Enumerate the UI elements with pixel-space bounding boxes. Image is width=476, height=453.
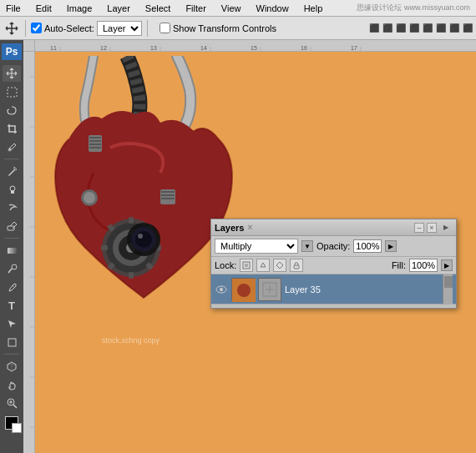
align-icon-6[interactable]: ⬛ bbox=[436, 23, 446, 33]
tool-marquee[interactable] bbox=[3, 83, 21, 100]
tool-3d[interactable] bbox=[3, 358, 21, 375]
svg-rect-49 bbox=[89, 140, 101, 142]
layers-panel-minimize-btn[interactable]: – bbox=[414, 223, 424, 233]
svg-point-6 bbox=[12, 264, 17, 269]
tool-eyedropper[interactable] bbox=[3, 138, 21, 155]
align-icon-3[interactable]: ⬛ bbox=[396, 23, 406, 33]
menu-view[interactable]: View bbox=[219, 3, 244, 13]
layers-panel-title-left: Layers × bbox=[215, 223, 252, 233]
lock-image-btn[interactable] bbox=[256, 259, 270, 272]
tool-shape[interactable] bbox=[3, 334, 21, 350]
tool-separator-1 bbox=[4, 159, 19, 159]
layer-list-scroll-thumb[interactable] bbox=[444, 276, 453, 288]
svg-point-60 bbox=[220, 288, 223, 291]
align-icon-7[interactable]: ⬛ bbox=[449, 23, 459, 33]
layer-visibility-toggle[interactable] bbox=[215, 283, 228, 296]
tool-eraser[interactable] bbox=[3, 218, 21, 234]
layers-lock-row: Lock: bbox=[211, 257, 456, 274]
svg-rect-48 bbox=[89, 137, 101, 138]
ruler-h-tick-12: 12 bbox=[100, 45, 107, 51]
menu-image[interactable]: Image bbox=[64, 3, 95, 13]
fill-label: Fill: bbox=[392, 260, 406, 270]
canvas-content: stock.xchng copy Layers × – × ▶ bbox=[35, 52, 476, 453]
layer-type-indicator bbox=[258, 278, 281, 301]
svg-rect-55 bbox=[161, 198, 175, 199]
layers-panel-menu-btn[interactable]: ▶ bbox=[439, 221, 453, 234]
auto-select-checkbox[interactable] bbox=[31, 23, 42, 33]
tool-history-brush[interactable] bbox=[3, 199, 21, 216]
tool-separator-3 bbox=[4, 354, 19, 355]
opacity-label: Opacity: bbox=[316, 241, 350, 251]
lock-pixels-btn[interactable] bbox=[240, 259, 253, 272]
svg-rect-54 bbox=[161, 194, 175, 196]
menu-layer[interactable]: Layer bbox=[104, 3, 133, 13]
ruler-h-tick-14: 14 bbox=[200, 45, 207, 51]
tool-path-selection[interactable] bbox=[3, 315, 21, 332]
left-toolbar: Ps bbox=[0, 40, 23, 453]
tool-zoom[interactable] bbox=[3, 395, 21, 411]
svg-rect-5 bbox=[8, 248, 17, 254]
tool-type[interactable]: T bbox=[3, 297, 21, 314]
svg-rect-3 bbox=[11, 190, 14, 194]
watermark: 思缘设计论坛 www.missyuan.com bbox=[354, 3, 473, 13]
align-icon-4[interactable]: ⬛ bbox=[409, 23, 419, 33]
tool-move[interactable] bbox=[3, 65, 21, 82]
menu-help[interactable]: Help bbox=[301, 3, 326, 13]
ps-logo: Ps bbox=[2, 43, 22, 60]
opacity-input[interactable] bbox=[353, 239, 382, 253]
align-icon-8[interactable]: ⬛ bbox=[463, 23, 473, 33]
fill-arrow[interactable]: ▶ bbox=[441, 259, 453, 271]
layers-list: Layer 35 bbox=[211, 274, 456, 308]
menu-file[interactable]: File bbox=[3, 3, 23, 13]
tool-crop[interactable] bbox=[3, 120, 21, 137]
svg-rect-51 bbox=[89, 147, 101, 148]
align-icon-2[interactable]: ⬛ bbox=[382, 23, 392, 33]
show-transform-checkbox[interactable] bbox=[160, 23, 170, 33]
menu-window[interactable]: Window bbox=[254, 3, 291, 13]
layer-list-scrollbar[interactable] bbox=[443, 274, 453, 305]
ruler-vertical bbox=[23, 52, 35, 453]
show-transform-label: Show Transform Controls bbox=[173, 23, 276, 33]
align-icon-1[interactable]: ⬛ bbox=[369, 23, 379, 33]
menu-bar: File Edit Image Layer Select Filter View… bbox=[0, 0, 476, 17]
tool-gradient[interactable] bbox=[3, 242, 21, 259]
tool-hand[interactable] bbox=[3, 376, 21, 393]
layers-panel-close-btn[interactable]: × bbox=[427, 223, 437, 233]
toolbar-separator-2 bbox=[147, 20, 148, 37]
menu-select[interactable]: Select bbox=[143, 3, 174, 13]
svg-rect-58 bbox=[294, 265, 299, 269]
ruler-h-tick-11: 11 bbox=[50, 45, 57, 51]
lock-move-btn[interactable] bbox=[273, 259, 286, 272]
ruler-h-tick-13: 13 bbox=[150, 45, 157, 51]
show-transform-group: Show Transform Controls bbox=[160, 23, 276, 33]
svg-rect-53 bbox=[161, 191, 175, 193]
tool-pen[interactable] bbox=[3, 279, 21, 295]
tool-lasso[interactable] bbox=[3, 102, 21, 118]
tool-dodge[interactable] bbox=[3, 260, 21, 277]
canvas-area: 11 12 13 14 15 16 17 bbox=[23, 40, 476, 453]
tool-separator-2 bbox=[4, 238, 19, 239]
toolbar-separator bbox=[25, 20, 26, 37]
color-swatches[interactable] bbox=[5, 416, 18, 430]
options-toolbar: Auto-Select: Layer Show Transform Contro… bbox=[0, 17, 476, 40]
blend-mode-select[interactable]: Multiply bbox=[215, 239, 298, 254]
tool-healing[interactable] bbox=[3, 163, 21, 179]
svg-rect-33 bbox=[129, 217, 134, 224]
layers-panel-title-controls: – × ▶ bbox=[414, 221, 453, 234]
ruler-corner bbox=[23, 40, 35, 52]
menu-filter[interactable]: Filter bbox=[183, 3, 208, 13]
tool-stamp[interactable] bbox=[3, 181, 21, 198]
opacity-arrow[interactable]: ▶ bbox=[385, 240, 397, 252]
blend-mode-arrow[interactable]: ▼ bbox=[301, 240, 313, 252]
layer-row[interactable]: Layer 35 bbox=[211, 274, 456, 305]
layers-panel-title-x: × bbox=[247, 223, 252, 232]
layers-panel-titlebar[interactable]: Layers × – × ▶ bbox=[211, 219, 456, 236]
fill-input[interactable] bbox=[409, 259, 438, 272]
lock-all-btn[interactable] bbox=[290, 259, 303, 272]
menu-edit[interactable]: Edit bbox=[33, 3, 54, 13]
lock-label: Lock: bbox=[215, 260, 236, 270]
layer-select[interactable]: Layer bbox=[97, 21, 142, 36]
layers-blend-row: Multiply ▼ Opacity: ▶ bbox=[211, 236, 456, 257]
auto-select-group: Auto-Select: Layer bbox=[31, 21, 142, 36]
align-icon-5[interactable]: ⬛ bbox=[423, 23, 433, 33]
